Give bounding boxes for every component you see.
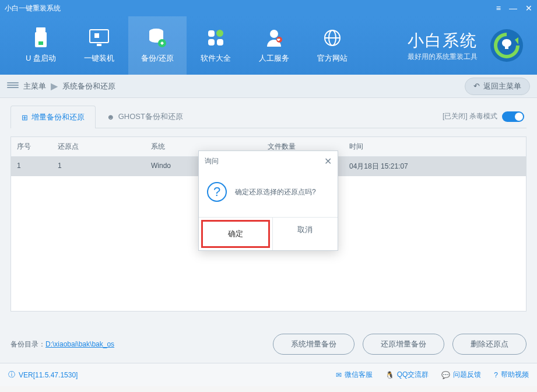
dialog-close-icon[interactable]: ✕ xyxy=(324,156,332,167)
dialog-message: 确定还原选择的还原点吗? xyxy=(235,187,316,197)
dialog-cancel-button[interactable]: 取消 xyxy=(272,218,338,250)
confirm-dialog: 询问 ✕ ? 确定还原选择的还原点吗? 确定 取消 xyxy=(198,150,338,251)
dialog-overlay: 询问 ✕ ? 确定还原选择的还原点吗? 确定 取消 xyxy=(0,0,537,392)
dialog-ok-button[interactable]: 确定 xyxy=(201,220,270,248)
question-icon: ? xyxy=(207,182,227,202)
dialog-title: 询问 xyxy=(205,156,219,166)
